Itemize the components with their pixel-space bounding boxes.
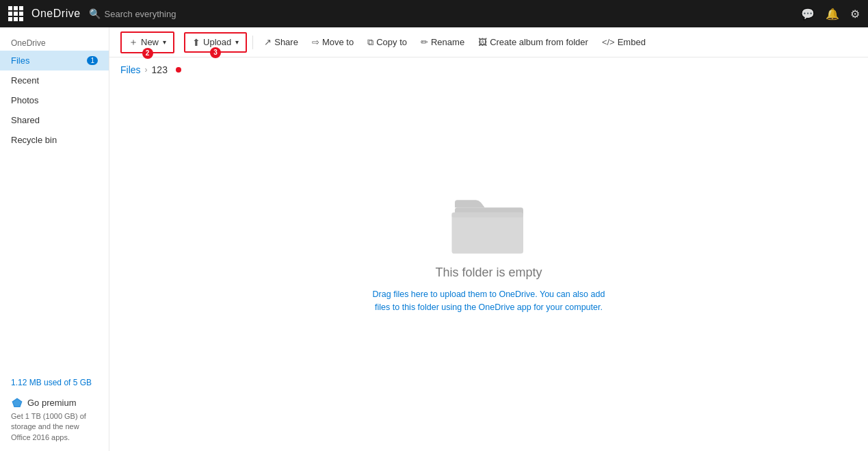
sidebar-item-files-label: Files — [11, 55, 29, 66]
embed-button[interactable]: </> Embed — [596, 34, 651, 51]
upload-icon: ⬆ — [192, 37, 200, 48]
copy-icon: ⧉ — [367, 37, 373, 48]
sidebar-item-recycle[interactable]: Recycle bin — [0, 130, 109, 150]
annotation-dot — [176, 67, 181, 73]
sidebar-item-recent-label: Recent — [11, 75, 39, 86]
sidebar: OneDrive Files 1 Recent Photos Shared Re… — [0, 27, 109, 451]
empty-state: This folder is empty Drag files here to … — [373, 189, 605, 314]
diamond-icon — [11, 397, 23, 409]
upload-label: Upload — [203, 37, 231, 47]
waffle-icon[interactable] — [8, 6, 23, 21]
move-to-button[interactable]: ⇨ Move to — [306, 34, 359, 51]
create-album-button[interactable]: 🖼 Create album from folder — [473, 34, 594, 51]
new-caret-icon: ▾ — [163, 38, 166, 46]
empty-folder-icon — [448, 189, 530, 257]
premium-label: Go premium — [27, 398, 77, 408]
breadcrumb-separator: › — [145, 65, 148, 75]
share-label: Share — [274, 37, 298, 47]
rename-label: Rename — [431, 37, 464, 47]
toolbar: ＋ New ▾ 2 ⬆ Upload ▾ 3 ↗ Share — [109, 27, 868, 57]
svg-rect-4 — [451, 213, 523, 218]
breadcrumb-current: 123 — [152, 64, 168, 75]
main-content: ＋ New ▾ 2 ⬆ Upload ▾ 3 ↗ Share — [109, 27, 868, 451]
chat-icon[interactable]: 💬 — [801, 8, 815, 21]
sidebar-item-files[interactable]: Files 1 — [0, 51, 109, 70]
content-area: This folder is empty Drag files here to … — [109, 79, 868, 451]
breadcrumb: Files › 123 — [109, 57, 868, 79]
premium-desc: Get 1 TB (1000 GB) of storage and the ne… — [11, 411, 98, 443]
sidebar-item-photos[interactable]: Photos — [0, 90, 109, 110]
new-icon: ＋ — [129, 36, 138, 49]
sidebar-item-recent[interactable]: Recent — [0, 70, 109, 90]
create-album-label: Create album from folder — [490, 37, 588, 47]
app-logo: OneDrive — [31, 8, 81, 20]
annotation-2: 2 — [142, 48, 153, 59]
empty-title: This folder is empty — [435, 266, 542, 280]
rename-icon: ✏ — [421, 37, 428, 47]
toolbar-separator — [252, 36, 253, 49]
sidebar-item-shared-label: Shared — [11, 115, 40, 125]
embed-label: Embed — [618, 37, 646, 47]
annotation-3: 3 — [210, 47, 221, 58]
embed-icon: </> — [602, 37, 615, 47]
header: OneDrive 🔍 Search everything 💬 🔔 ⚙ — [0, 0, 868, 27]
breadcrumb-files-link[interactable]: Files — [120, 64, 141, 75]
bell-icon[interactable]: 🔔 — [826, 8, 839, 21]
copy-label: Copy to — [376, 37, 407, 47]
storage-info[interactable]: 1.12 MB used of 5 GB — [0, 371, 109, 391]
rename-button[interactable]: ✏ Rename — [415, 34, 470, 51]
search-placeholder: Search everything — [105, 9, 176, 19]
sidebar-item-shared[interactable]: Shared — [0, 110, 109, 130]
sidebar-files-badge: 1 — [87, 56, 98, 65]
share-button[interactable]: ↗ Share — [259, 34, 304, 51]
upload-caret-icon: ▾ — [235, 38, 239, 46]
premium-top: Go premium — [11, 397, 98, 409]
share-icon: ↗ — [264, 37, 272, 47]
sidebar-root-label: OneDrive — [0, 33, 109, 51]
search-bar[interactable]: 🔍 Search everything — [89, 8, 793, 19]
copy-to-button[interactable]: ⧉ Copy to — [362, 34, 412, 51]
move-label: Move to — [322, 37, 354, 47]
go-premium[interactable]: Go premium Get 1 TB (1000 GB) of storage… — [0, 391, 109, 451]
sidebar-item-recycle-label: Recycle bin — [11, 135, 57, 145]
new-label: New — [141, 37, 159, 47]
header-actions: 💬 🔔 ⚙ — [801, 8, 860, 21]
move-icon: ⇨ — [312, 37, 319, 47]
svg-rect-3 — [451, 213, 523, 254]
main-layout: OneDrive Files 1 Recent Photos Shared Re… — [0, 27, 868, 451]
empty-desc: Drag files here to upload them to OneDri… — [373, 288, 605, 314]
settings-icon[interactable]: ⚙ — [850, 8, 860, 21]
sidebar-item-photos-label: Photos — [11, 95, 38, 105]
search-icon: 🔍 — [89, 8, 101, 19]
album-icon: 🖼 — [478, 37, 487, 47]
